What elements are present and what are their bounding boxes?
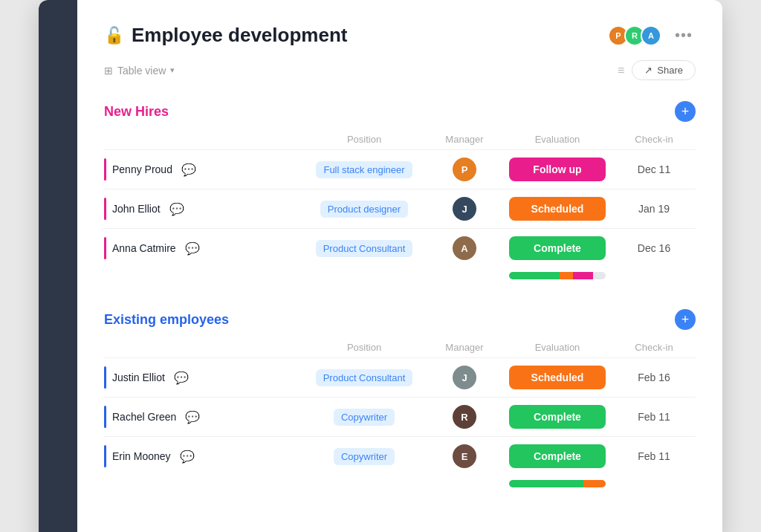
- table-row: Penny Proud 💬 Full stack engineer P Foll…: [104, 149, 696, 189]
- employee-name-cell: John Elliot 💬: [104, 198, 297, 220]
- manager-avatar: P: [453, 158, 476, 181]
- evaluation-badge[interactable]: Follow up: [509, 158, 606, 181]
- page-header: 🔓 Employee development P R A •••: [104, 24, 696, 47]
- col-checkin: Check-in: [617, 134, 691, 145]
- position-cell: Copywriter: [297, 448, 431, 465]
- table-row: John Elliot 💬 Product designer J Schedul…: [104, 189, 696, 228]
- chat-icon[interactable]: 💬: [180, 450, 195, 464]
- col-manager: Manager: [431, 134, 498, 145]
- manager-cell: R: [431, 405, 498, 429]
- position-badge: Full stack engineer: [316, 161, 412, 178]
- col-position: Position: [297, 134, 431, 145]
- manager-avatar: R: [453, 405, 476, 429]
- evaluation-cell: Scheduled: [498, 366, 617, 389]
- checkin-cell: Feb 11: [617, 450, 691, 462]
- employee-name: Erin Mooney: [112, 450, 171, 462]
- header-left: 🔓 Employee development: [104, 24, 347, 47]
- col-manager: Manager: [431, 342, 498, 353]
- progress-segment-orange: [583, 480, 606, 487]
- employee-name-cell: Anna Catmire 💬: [104, 237, 297, 259]
- employee-name-cell: Justin Elliot 💬: [104, 366, 297, 389]
- evaluation-badge[interactable]: Complete: [509, 405, 606, 429]
- evaluation-badge[interactable]: Complete: [509, 236, 606, 260]
- existing-employees-column-headers: Position Manager Evaluation Check-in: [104, 342, 696, 357]
- manager-avatar: J: [453, 366, 476, 389]
- progress-segment-pink: [573, 272, 593, 279]
- evaluation-cell: Complete: [498, 236, 617, 260]
- sidebar: [39, 0, 77, 532]
- checkin-cell: Feb 16: [617, 372, 691, 383]
- chat-icon[interactable]: 💬: [169, 202, 184, 216]
- col-evaluation: Evaluation: [498, 134, 617, 145]
- manager-avatar: J: [453, 197, 476, 221]
- existing-employees-progress-bar: [509, 480, 606, 487]
- row-bar: [104, 198, 106, 220]
- share-icon: ↗: [644, 65, 652, 76]
- employee-name-cell: Erin Mooney 💬: [104, 445, 297, 467]
- evaluation-badge[interactable]: Scheduled: [509, 366, 606, 389]
- add-new-hire-button[interactable]: +: [675, 101, 696, 122]
- chat-icon[interactable]: 💬: [174, 371, 189, 385]
- position-cell: Copywriter: [297, 409, 431, 426]
- existing-employees-section: Existing employees + Position Manager Ev…: [104, 309, 696, 490]
- employee-name: John Elliot: [112, 203, 161, 215]
- table-row: Justin Elliot 💬 Product Consultant J Sch…: [104, 357, 696, 397]
- progress-segment-gray: [593, 272, 606, 279]
- page-title: Employee development: [132, 24, 347, 47]
- progress-segment-green: [509, 480, 583, 487]
- evaluation-cell: Complete: [498, 444, 617, 468]
- progress-segment-orange: [560, 272, 572, 279]
- checkin-cell: Dec 16: [617, 242, 691, 254]
- avatar: A: [641, 25, 661, 46]
- manager-cell: P: [431, 158, 498, 181]
- evaluation-badge[interactable]: Scheduled: [509, 197, 606, 221]
- manager-cell: J: [431, 197, 498, 221]
- lock-icon: 🔓: [104, 26, 124, 45]
- position-badge: Copywriter: [334, 448, 395, 465]
- col-evaluation: Evaluation: [498, 342, 617, 353]
- chat-icon[interactable]: 💬: [185, 241, 200, 256]
- position-cell: Product Consultant: [297, 369, 431, 386]
- manager-avatar: A: [453, 236, 476, 260]
- checkin-cell: Dec 11: [617, 163, 691, 175]
- new-hires-column-headers: Position Manager Evaluation Check-in: [104, 134, 696, 149]
- col-position: Position: [297, 342, 431, 353]
- position-badge: Product Consultant: [316, 369, 413, 386]
- main-content: 🔓 Employee development P R A ••• ⊞ Table…: [77, 0, 722, 532]
- row-bar: [104, 406, 106, 428]
- evaluation-cell: Complete: [498, 405, 617, 429]
- table-row: Anna Catmire 💬 Product Consultant A Comp…: [104, 228, 696, 267]
- employee-name: Justin Elliot: [112, 372, 165, 383]
- new-hires-progress-bar: [509, 272, 606, 279]
- chat-icon[interactable]: 💬: [185, 410, 200, 424]
- filter-icon: ≡: [618, 64, 624, 77]
- manager-cell: A: [431, 236, 498, 260]
- table-view-button[interactable]: ⊞ Table view ▾: [104, 65, 175, 77]
- row-bar: [104, 445, 106, 467]
- row-bar: [104, 158, 106, 181]
- chat-icon[interactable]: 💬: [181, 163, 196, 177]
- manager-cell: E: [431, 444, 498, 468]
- header-right: P R A •••: [608, 25, 696, 46]
- table-view-label: Table view: [117, 65, 166, 77]
- employee-name-cell: Penny Proud 💬: [104, 158, 297, 181]
- app-window: 🔓 Employee development P R A ••• ⊞ Table…: [39, 0, 722, 532]
- employee-name: Penny Proud: [112, 163, 172, 175]
- progress-segment-green: [509, 272, 560, 279]
- position-cell: Product designer: [297, 201, 431, 218]
- more-options-button[interactable]: •••: [672, 27, 696, 44]
- new-hires-progress: [104, 267, 696, 282]
- toolbar: ⊞ Table view ▾ ≡ ↗ Share: [104, 60, 696, 80]
- col-checkin: Check-in: [617, 342, 691, 353]
- toolbar-right: ≡ ↗ Share: [618, 60, 696, 80]
- add-existing-employee-button[interactable]: +: [675, 309, 696, 330]
- position-cell: Product Consultant: [297, 240, 431, 257]
- existing-employees-title: Existing employees: [104, 312, 229, 328]
- evaluation-badge[interactable]: Complete: [509, 444, 606, 468]
- new-hires-header: New Hires +: [104, 101, 696, 122]
- position-cell: Full stack engineer: [297, 161, 431, 178]
- manager-cell: J: [431, 366, 498, 389]
- share-button[interactable]: ↗ Share: [632, 60, 696, 80]
- table-icon: ⊞: [104, 65, 113, 77]
- checkin-cell: Jan 19: [617, 203, 691, 215]
